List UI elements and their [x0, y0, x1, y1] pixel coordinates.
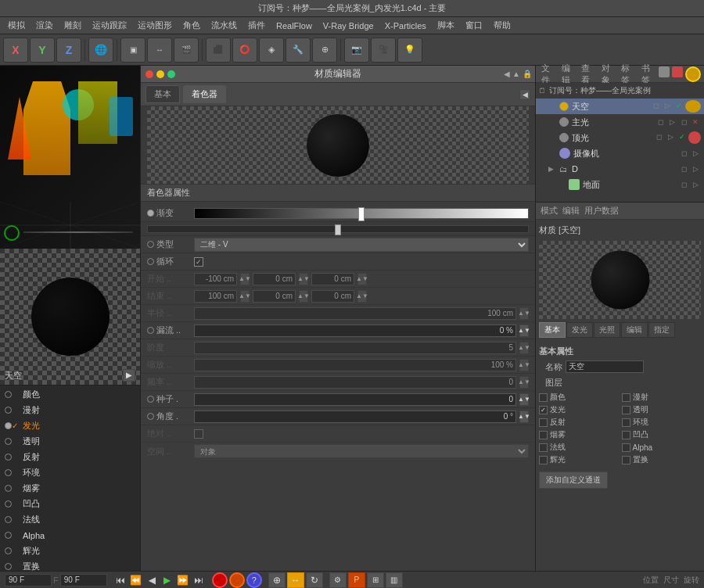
cb-transparent[interactable]: 透明 — [622, 404, 702, 415]
start-x-input[interactable] — [194, 273, 237, 285]
cycle-check[interactable] — [194, 257, 203, 267]
cb-displace-box[interactable] — [622, 456, 630, 464]
win-close-btn[interactable] — [145, 70, 153, 78]
cb-emit[interactable]: ✓ 发光 — [539, 404, 619, 415]
menu-vray[interactable]: V-Ray Bridge — [318, 20, 379, 32]
scene-root-item[interactable]: 🗒 订阅号：种梦——全局光案例 — [536, 83, 704, 99]
menu-motion-graph[interactable]: 运动图形 — [133, 18, 177, 33]
prop-glow[interactable]: 辉光 — [0, 543, 140, 559]
cb-bump[interactable]: 凹凸 — [622, 429, 702, 440]
cb-normal[interactable]: 法线 — [539, 442, 619, 453]
spray-input[interactable] — [194, 324, 516, 337]
end-z-spin[interactable]: ▲▼ — [357, 290, 367, 303]
gradient-knob-bar[interactable] — [147, 225, 529, 233]
radius-spin[interactable]: ▲▼ — [519, 307, 529, 320]
scene-file-btn[interactable]: 文件 — [539, 63, 556, 86]
start-z-input[interactable] — [311, 273, 354, 285]
cb-fog[interactable]: 烟雾 — [539, 429, 619, 440]
cb-displace[interactable]: 置换 — [622, 454, 702, 465]
menu-window[interactable]: 窗口 — [461, 18, 487, 33]
mat-tab-r-basic[interactable]: 基本 — [539, 322, 566, 338]
angle-spin[interactable]: ▲▼ — [519, 411, 529, 423]
menu-plugin[interactable]: 插件 — [243, 18, 270, 33]
scene-tag-btn[interactable]: 标签 — [619, 63, 636, 86]
motion-btn[interactable]: ? — [246, 572, 262, 588]
cb-alpha[interactable]: Alpha — [622, 442, 702, 453]
world-btn[interactable]: 🌐 — [88, 38, 113, 63]
prop-fog[interactable]: 烟雾 — [0, 481, 140, 497]
scene-ground-item[interactable]: 地面 ◻ ▷ — [536, 177, 704, 192]
cb-alpha-box[interactable] — [622, 443, 630, 452]
cb-diffuse-box[interactable] — [622, 393, 630, 402]
record2-btn[interactable] — [229, 572, 245, 588]
steps-input[interactable] — [194, 342, 516, 354]
scene-edit-btn[interactable]: 编辑 — [559, 63, 576, 86]
scene-group-item[interactable]: ▶ 🗂 D ◻ ▷ — [536, 161, 704, 177]
play-back-btn[interactable]: ▶ — [145, 573, 159, 587]
mat-tab-r-lighting[interactable]: 光照 — [594, 322, 620, 338]
cb-reflect-box[interactable] — [539, 418, 548, 427]
mp-mode-btn[interactable]: 模式 — [541, 205, 558, 217]
record-btn[interactable] — [212, 572, 228, 588]
camera-btn[interactable]: 📷 — [344, 38, 369, 63]
seed-radio[interactable] — [147, 396, 154, 403]
menu-xparticles[interactable]: X-Particles — [380, 20, 431, 32]
gradient-knob[interactable] — [335, 224, 341, 235]
move-icon[interactable]: ⊕ — [268, 572, 286, 588]
start-y-input[interactable] — [253, 273, 296, 285]
mat-tab-r-assign[interactable]: 指定 — [648, 322, 675, 338]
cb-env-box[interactable] — [622, 418, 630, 427]
select-btn[interactable]: ▣ — [120, 38, 145, 63]
menu-sculpt[interactable]: 雕刻 — [59, 18, 86, 33]
play-btn[interactable]: ▶ — [160, 573, 174, 587]
cb-color-box[interactable] — [539, 393, 548, 402]
mp-edit-btn[interactable]: 编辑 — [562, 205, 580, 217]
last-btn[interactable]: ▥ — [386, 572, 403, 588]
cube-btn[interactable]: ⬛ — [206, 38, 231, 63]
shape-btn[interactable]: ◈ — [259, 38, 284, 63]
freq-input[interactable] — [194, 376, 516, 389]
angle-input[interactable] — [194, 411, 516, 423]
prev-frame-btn[interactable]: ⏪ — [129, 573, 143, 587]
frame-end-input[interactable] — [60, 574, 107, 586]
light-btn[interactable]: 💡 — [397, 38, 422, 63]
mp-userdata-btn[interactable]: 用户数据 — [584, 205, 619, 217]
scene-object-btn[interactable]: 对象 — [599, 63, 616, 86]
axis-y-btn[interactable]: Y — [30, 38, 55, 63]
prop-emit[interactable]: ✓ 发光 — [0, 418, 140, 434]
next-frame-btn[interactable]: ⏩ — [176, 573, 190, 587]
mat-toolbar-arrow[interactable]: ◀ — [519, 89, 530, 100]
menu-character[interactable]: 角色 — [178, 18, 205, 33]
viewport-3d[interactable] — [0, 66, 140, 249]
seed-input[interactable] — [194, 393, 516, 406]
start-z-spin[interactable]: ▲▼ — [357, 273, 367, 285]
seed-spin[interactable]: ▲▼ — [519, 393, 529, 406]
radius-input[interactable] — [194, 307, 516, 320]
spray-spin[interactable]: ▲▼ — [519, 324, 529, 337]
absolute-check[interactable] — [194, 429, 203, 439]
target-btn[interactable]: ⊕ — [312, 38, 337, 63]
scale-spin[interactable]: ▲▼ — [519, 359, 529, 371]
prop-color[interactable]: 颜色 — [0, 387, 140, 403]
menu-script[interactable]: 脚本 — [433, 18, 459, 33]
prop-env[interactable]: 环境 — [0, 465, 140, 481]
end-x-input[interactable] — [194, 290, 237, 303]
freq-spin[interactable]: ▲▼ — [519, 376, 529, 389]
cb-normal-box[interactable] — [539, 443, 548, 452]
prop-bump[interactable]: 凹凸 — [0, 497, 140, 512]
go-end-btn[interactable]: ⏭ — [192, 573, 206, 587]
end-y-spin[interactable]: ▲▼ — [299, 290, 308, 303]
scale-icon[interactable]: ↔ — [287, 572, 304, 588]
prop-normal[interactable]: 法线 — [0, 512, 140, 528]
menu-motion-track[interactable]: 运动跟踪 — [88, 18, 131, 33]
type-radio[interactable] — [147, 241, 154, 248]
axis-z-btn[interactable]: Z — [56, 38, 81, 63]
gradient-handle[interactable] — [358, 207, 365, 221]
win-minimize-btn[interactable] — [156, 70, 164, 78]
gradient-bar[interactable] — [194, 208, 529, 219]
mat-tab-r-emit[interactable]: 发光 — [566, 322, 593, 338]
menu-render[interactable]: 渲染 — [31, 18, 58, 33]
steps-spin[interactable]: ▲▼ — [519, 342, 529, 354]
cb-bump-box[interactable] — [622, 431, 630, 439]
prop-diffuse[interactable]: 漫射 — [0, 403, 140, 418]
